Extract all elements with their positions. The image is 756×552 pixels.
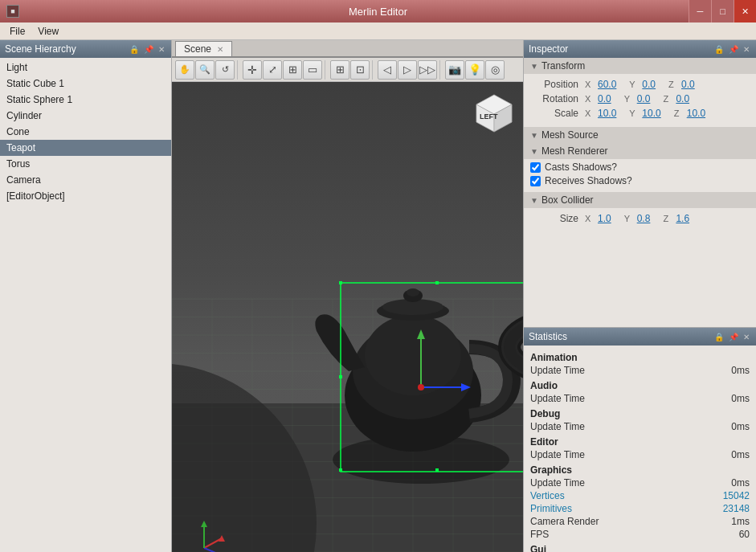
rotation-row: Rotation X 0.0 Y 0.0 Z 0.0 (530, 93, 750, 104)
rot-y-label: Y (624, 94, 634, 104)
pos-z-label: Z (668, 80, 678, 89)
mesh-source-section-header[interactable]: ▼ Mesh Source (524, 127, 756, 143)
toolbar-view-btn[interactable]: ◎ (485, 60, 505, 80)
stat-graphics-update: Update Time 0ms (530, 476, 750, 489)
hierarchy-close-icon[interactable]: ✕ (157, 45, 166, 54)
statistics-controls: 🔒 📌 ✕ (713, 333, 751, 341)
mesh-renderer-section-header[interactable]: ▼ Mesh Renderer (524, 143, 756, 159)
hierarchy-lock-icon[interactable]: 🔒 (128, 45, 141, 54)
rot-y-value[interactable]: 0.0 (637, 93, 651, 104)
position-row: Position X 60.0 Y 0.0 Z 0.0 (530, 79, 750, 90)
toolbar-sep-1 (237, 60, 240, 80)
inspector-close-icon[interactable]: ✕ (742, 45, 751, 54)
pos-z-value[interactable]: 0.0 (681, 79, 695, 90)
toolbar-move-btn[interactable]: ✛ (243, 60, 262, 80)
stat-primitives-label: Primitives (530, 503, 572, 514)
toolbar-next-btn[interactable]: ▷▷ (418, 60, 437, 80)
toolbar-light-btn[interactable]: 💡 (465, 60, 484, 80)
stat-editor-update-value: 0ms (731, 449, 750, 460)
toolbar-play-btn[interactable]: ▷ (398, 60, 417, 80)
scale-row: Scale X 10.0 Y 10.0 Z 10.0 (530, 108, 750, 119)
casts-shadows-checkbox[interactable] (530, 162, 541, 173)
svg-text:LEFT: LEFT (480, 112, 498, 121)
selection-corner (339, 468, 342, 472)
hierarchy-item-cone[interactable]: Cone (0, 124, 171, 140)
window-controls: ─ □ ✕ (689, 0, 756, 22)
box-collider-section-header[interactable]: ▼ Box Collider (524, 192, 756, 208)
toolbar-snap-btn[interactable]: ⊡ (350, 60, 370, 80)
casts-shadows-label: Casts Shadows? (545, 162, 617, 173)
menu-view[interactable]: View (31, 24, 65, 39)
rotation-coords: X 0.0 Y 0.0 Z 0.0 (585, 93, 689, 104)
statistics-pin-icon[interactable]: 📌 (727, 333, 740, 341)
stat-primitives-row: Primitives 23148 (530, 502, 750, 515)
hierarchy-pin-icon[interactable]: 📌 (142, 45, 155, 54)
pos-y-label: Y (629, 80, 639, 89)
toolbar-zoom-btn[interactable]: 🔍 (195, 60, 215, 80)
statistics-close-icon[interactable]: ✕ (742, 333, 751, 341)
hierarchy-item-cylinder[interactable]: Cylinder (0, 108, 171, 124)
toolbar-prev-btn[interactable]: ◁ (378, 60, 397, 80)
pos-y-value[interactable]: 0.0 (642, 79, 656, 90)
hierarchy-item-teapot[interactable]: Teapot (0, 140, 171, 156)
box-collider-content: Size X 1.0 Y 0.8 Z 1.6 (524, 208, 756, 232)
scale-y-value[interactable]: 10.0 (642, 108, 660, 119)
size-z-value[interactable]: 1.6 (676, 213, 689, 224)
stat-primitives-value: 23148 (723, 503, 750, 514)
receives-shadows-row: Receives Shadows? (530, 175, 750, 186)
hierarchy-item-light[interactable]: Light (0, 59, 171, 76)
app-icon: ■ (6, 5, 19, 18)
tab-close-icon[interactable]: ✕ (217, 45, 223, 54)
toolbar-cam-btn[interactable]: 📷 (445, 60, 464, 80)
inspector-pin-icon[interactable]: 📌 (727, 45, 740, 54)
menu-file[interactable]: File (3, 24, 31, 39)
titlebar: ■ Merlin Editor ─ □ ✕ (0, 0, 756, 22)
stat-editor-update: Update Time 0ms (530, 448, 750, 461)
transform-section-header[interactable]: ▼ Transform (524, 58, 756, 74)
stat-camera-render-value: 1ms (731, 516, 750, 527)
stat-fps-row: FPS 60 (530, 528, 750, 541)
maximize-button[interactable]: □ (711, 0, 734, 22)
rot-x-value[interactable]: 0.0 (598, 93, 611, 104)
statistics-title: Statistics (529, 331, 567, 342)
stat-audio-update: Update Time 0ms (530, 392, 750, 405)
close-button[interactable]: ✕ (734, 0, 756, 22)
toolbar-hand-btn[interactable]: ✋ (175, 60, 194, 80)
size-y-value[interactable]: 0.8 (637, 213, 651, 224)
tab-scene[interactable]: Scene ✕ (175, 41, 232, 56)
scale-label: Scale (530, 108, 578, 119)
mesh-renderer-label: Mesh Renderer (541, 145, 608, 157)
inspector-lock-icon[interactable]: 🔒 (713, 45, 725, 54)
toolbar-rotate-btn[interactable]: ↺ (215, 60, 235, 80)
statistics-lock-icon[interactable]: 🔒 (713, 333, 725, 341)
size-z-label: Z (663, 214, 672, 223)
hierarchy-item-editor-object[interactable]: [EditorObject] (0, 188, 171, 204)
toolbar-grid-btn[interactable]: ⊞ (330, 60, 349, 80)
hierarchy-item-static-cube[interactable]: Static Cube 1 (0, 76, 171, 92)
hierarchy-header: Scene Hierarchy 🔒 📌 ✕ (0, 40, 171, 58)
stat-animation-title: Animation (530, 352, 750, 363)
collider-size-row: Size X 1.0 Y 0.8 Z 1.6 (530, 213, 750, 224)
scale-coords: X 10.0 Y 10.0 Z 10.0 (585, 108, 705, 119)
menubar: File View (0, 22, 756, 40)
scene-toolbar: ✋ 🔍 ↺ ✛ ⤢ ⊞ ▭ ⊞ ⊡ ◁ ▷ ▷▷ 📷 💡 ◎ (172, 58, 523, 82)
scale-x-value[interactable]: 10.0 (598, 108, 616, 119)
receives-shadows-checkbox[interactable] (530, 176, 541, 186)
size-x-value[interactable]: 1.0 (598, 213, 611, 224)
hierarchy-item-torus[interactable]: Torus (0, 156, 171, 172)
transform-section-content: Position X 60.0 Y 0.0 Z 0.0 Rotation (524, 74, 756, 127)
toolbar-scale-btn[interactable]: ⊞ (283, 60, 302, 80)
hierarchy-panel: Scene Hierarchy 🔒 📌 ✕ Light Static Cube … (0, 40, 172, 552)
scene-viewport[interactable]: LEFT (172, 82, 523, 552)
toolbar-transform-btn[interactable]: ⤢ (263, 60, 282, 80)
minimize-button[interactable]: ─ (689, 0, 711, 22)
rot-z-value[interactable]: 0.0 (676, 93, 689, 104)
toolbar-rect-btn[interactable]: ▭ (303, 60, 322, 80)
inspector-panel: Inspector 🔒 📌 ✕ ▼ Transform Position X (524, 40, 756, 327)
scale-z-value[interactable]: 10.0 (687, 108, 705, 119)
nav-cube-svg: LEFT (470, 88, 517, 135)
receives-shadows-label: Receives Shadows? (545, 175, 632, 186)
hierarchy-item-static-sphere[interactable]: Static Sphere 1 (0, 92, 171, 108)
hierarchy-item-camera[interactable]: Camera (0, 172, 171, 188)
pos-x-value[interactable]: 60.0 (598, 79, 616, 90)
